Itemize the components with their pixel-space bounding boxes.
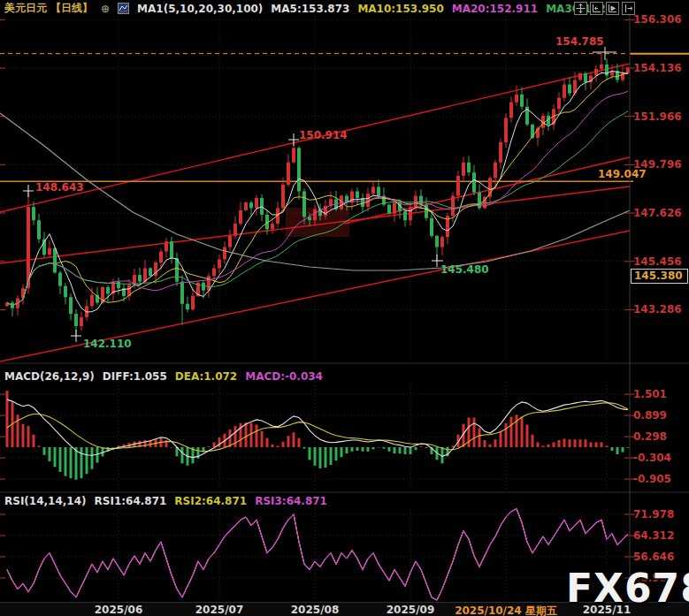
price-annotation: 142.110	[83, 338, 132, 350]
ma20-value: MA20:152.911	[452, 3, 538, 15]
add-indicator-icon[interactable]: ⊕	[101, 3, 110, 15]
move-cross-icon	[575, 3, 586, 14]
price-axis-label: 143.286	[633, 303, 682, 316]
move-cross-button[interactable]	[574, 2, 587, 15]
price-annotation: 145.480	[440, 263, 489, 276]
macd-axis-label: 0.298	[633, 430, 667, 443]
price-annotation: 149.047	[598, 168, 647, 180]
time-axis-label: 2025/09	[387, 604, 434, 616]
axis-shift-right-icon	[623, 3, 634, 14]
rsi1-value: RSI1:64.871	[95, 495, 167, 507]
price-annotation: 148.643	[35, 181, 84, 194]
macd-axis-label: 1.501	[633, 388, 667, 400]
time-axis-label: 2025/08	[291, 604, 339, 616]
mini-chart-icon[interactable]	[118, 3, 129, 14]
chart-toolbar	[574, 2, 635, 15]
price-annotation: 154.785	[555, 35, 604, 48]
macd-axis-label: -0.905	[633, 473, 671, 485]
symbol-title: 美元日元	[4, 1, 47, 16]
rsi-axis-label: 64.312	[633, 529, 674, 542]
axis-play-button[interactable]	[606, 2, 619, 15]
watermark: FX678	[566, 566, 689, 611]
macd-value: MACD:-0.034	[245, 370, 323, 383]
time-axis-label: 2025/07	[195, 604, 243, 616]
axis-shift-right-button[interactable]	[622, 2, 635, 15]
rsi-params-label: RSI(14,14,14)	[4, 495, 87, 507]
price-axis-label: 151.966	[633, 110, 682, 123]
macd-params-label: MACD(26,12,9)	[4, 370, 95, 383]
main-chart-header: 美元日元 【日线】 ⊕ MA1(5,10,20,30,100) MA5:153.…	[4, 1, 617, 16]
ma5-value: MA5:153.873	[271, 3, 349, 15]
macd-dea-value: DEA:1.072	[175, 370, 237, 383]
price-annotation: 150.914	[299, 129, 348, 141]
macd-header: MACD(26,12,9) DIFF:1.055 DEA:1.072 MACD:…	[4, 370, 323, 383]
price-axis-label: 154.136	[633, 62, 682, 74]
timeframe-label: 【日线】	[50, 1, 93, 16]
rsi-axis-label: 56.646	[633, 551, 674, 563]
chart-canvas[interactable]	[0, 0, 689, 616]
price-marker-box: 145.380	[631, 269, 688, 284]
rsi-header: RSI(14,14,14) RSI1:64.871 RSI2:64.871 RS…	[4, 495, 327, 507]
ma10-value: MA10:153.950	[357, 3, 443, 15]
price-axis-label: 147.626	[633, 207, 682, 219]
rsi3-value: RSI3:64.871	[255, 495, 327, 507]
trading-chart-app: 美元日元 【日线】 ⊕ MA1(5,10,20,30,100) MA5:153.…	[0, 0, 689, 616]
axis-bracket-icon	[591, 3, 602, 14]
price-axis-label: 156.306	[633, 13, 682, 26]
macd-diff-value: DIFF:1.055	[103, 370, 167, 383]
ma-params-label: MA1(5,10,20,30,100)	[137, 3, 263, 15]
rsi2-value: RSI2:64.871	[174, 495, 247, 507]
time-axis-label: 2025/10/24 星期五	[455, 604, 557, 616]
time-axis-label: 2025/06	[95, 604, 142, 616]
rsi-axis-label: 71.978	[633, 508, 674, 521]
axis-play-icon	[607, 3, 618, 14]
axis-bracket-button[interactable]	[590, 2, 603, 15]
macd-axis-label: -0.304	[633, 452, 671, 464]
macd-axis-label: 0.899	[633, 409, 667, 422]
price-axis-label: 145.456	[633, 255, 682, 268]
